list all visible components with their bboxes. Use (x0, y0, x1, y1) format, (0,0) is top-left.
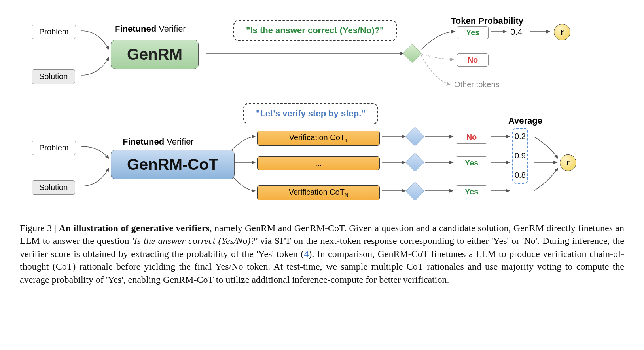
reward-circle-bottom: r (560, 154, 576, 171)
diamond-1 (405, 127, 424, 146)
yes-token-1: Yes (456, 156, 487, 169)
no-token: No (457, 53, 489, 67)
yes-token: Yes (457, 26, 489, 39)
average-column: 0.2 0.9 0.8 (512, 128, 528, 184)
score-3: 0.8 (515, 171, 526, 180)
cot-box-1: Verification CoT1 (257, 131, 380, 146)
speech-bubble-bottom: "Let's verify step by step." (243, 103, 378, 124)
verifier-reg-bottom: Verifier (164, 137, 194, 146)
figure-caption: Figure 3 | An illustration of generative… (20, 222, 624, 286)
verifier-bold: Finetuned (115, 24, 156, 34)
fig-sep: | (52, 223, 59, 233)
solution-box-bottom: Solution (32, 180, 75, 195)
yes-token-2: Yes (456, 185, 487, 198)
prob-value: 0.4 (510, 27, 523, 37)
cap-q: 'Is the answer correct (Yes/No)?' (132, 236, 258, 246)
diagram: Problem Solution Finetuned Verifier GenR… (20, 16, 624, 286)
cotN-label: Verification CoT (289, 188, 345, 196)
problem-box-bottom: Problem (32, 141, 76, 155)
cot1-sub: 1 (345, 137, 348, 143)
cot1-label: Verification CoT (289, 133, 345, 142)
fig-num: Figure 3 (20, 223, 52, 233)
verifier-label-bottom: Finetuned Verifier (123, 137, 194, 147)
cotN-sub: N (345, 192, 348, 198)
solution-box: Solution (32, 69, 75, 84)
top-panel: Problem Solution Finetuned Verifier GenR… (20, 16, 624, 95)
genrm-box: GenRM (111, 40, 199, 69)
score-2: 0.9 (515, 151, 526, 160)
other-tokens-label: Other tokens (454, 80, 500, 89)
problem-box: Problem (32, 25, 76, 39)
average-title: Average (508, 116, 542, 126)
verifier-reg: Verifier (156, 24, 186, 34)
reward-circle: r (554, 24, 570, 40)
cot-box-mid: ... (257, 156, 380, 170)
verifier-label: Finetuned Verifier (115, 24, 186, 34)
diamond-icon (403, 44, 422, 63)
speech-bubble-top: "Is the answer correct (Yes/No)?" (233, 20, 397, 41)
cap-ref[interactable]: 4 (304, 249, 309, 259)
cot-box-n: Verification CoTN (257, 185, 380, 200)
verifier-bold-bottom: Finetuned (123, 137, 164, 146)
no-token-bottom: No (456, 131, 487, 144)
bottom-panel: Problem Solution Finetuned Verifier GenR… (20, 99, 624, 210)
genrm-cot-box: GenRM-CoT (111, 150, 235, 179)
score-1: 0.2 (515, 132, 526, 141)
diamond-2 (405, 153, 424, 172)
diamond-3 (405, 182, 424, 201)
token-prob-title: Token Probability (451, 16, 523, 26)
fig-title: An illustration of generative verifiers (59, 223, 209, 233)
